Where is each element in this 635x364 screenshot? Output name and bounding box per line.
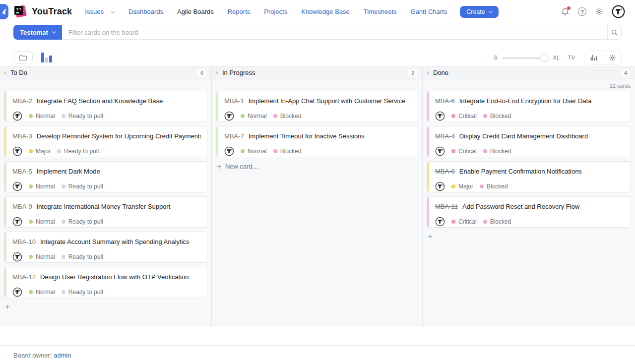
assignee-avatar (12, 146, 22, 156)
issue-card[interactable]: MBA-12 Design User Registration Flow wit… (4, 267, 207, 298)
testomat-avatar-icon (12, 252, 22, 262)
assignee-avatar (12, 287, 22, 297)
state-label: Blocked (490, 113, 511, 120)
board-settings-button[interactable] (603, 51, 621, 64)
priority-strip (4, 162, 6, 192)
priority-strip (4, 126, 6, 157)
card-fields: Normal Ready to pull (12, 252, 201, 262)
assignee-avatar (435, 146, 445, 156)
issue-id[interactable]: MBA-3 (12, 132, 32, 140)
state-badge: Ready to pull (57, 148, 99, 155)
state-label: Blocked (280, 113, 302, 120)
state-badge: Ready to pull (62, 289, 103, 296)
card-fields: Normal Ready to pull (12, 287, 201, 297)
nav-item[interactable]: Dashboards (128, 8, 163, 15)
state-dot-icon (483, 149, 487, 153)
new-card-button[interactable]: + (4, 303, 11, 311)
toolbar-right: S XL TV (494, 51, 622, 64)
issue-id[interactable]: MBA-4 (435, 132, 455, 140)
collapse-column-button[interactable]: ‹ (216, 68, 218, 76)
nav-item[interactable]: Issues (85, 8, 115, 15)
issue-id[interactable]: MBA-8 (435, 167, 455, 176)
card-header: MBA-11 Add Password Reset and Recovery F… (435, 202, 625, 211)
issue-id[interactable]: MBA-10 (12, 238, 36, 246)
create-button[interactable]: Create (460, 6, 499, 18)
nav-item[interactable]: Knowledge Base (301, 8, 350, 15)
issue-id[interactable]: MBA-1 (224, 97, 244, 105)
testomat-avatar-icon (12, 217, 22, 227)
nav-item[interactable]: Timesheets (364, 8, 397, 15)
testomat-avatar-icon (12, 111, 22, 121)
youtrack-logo[interactable]: YT YouTrack (14, 5, 72, 18)
nav-item-label: Reports (228, 8, 251, 15)
issue-card[interactable]: MBA-10 Integrate Account Summary with Sp… (4, 232, 207, 263)
issue-card[interactable]: MBA-2 Integrate FAQ Section and Knowledg… (4, 91, 207, 122)
issue-title: Integrate Account Summary with Spending … (40, 238, 190, 246)
folder-icon (19, 55, 27, 61)
issue-id[interactable]: MBA-9 (12, 202, 32, 211)
histogram-icon (590, 54, 598, 61)
issue-id[interactable]: MBA-2 (12, 97, 32, 105)
card-header: MBA-10 Integrate Account Summary with Sp… (12, 238, 201, 246)
filter-input[interactable] (62, 25, 607, 40)
assignee-avatar (435, 182, 445, 191)
new-card-button[interactable]: + New card… (216, 162, 260, 171)
card-size-slider[interactable] (502, 54, 548, 62)
slider-knob[interactable] (540, 54, 548, 62)
nav-item[interactable]: Agile Boards (177, 8, 214, 15)
issue-title: Develop Reminder System for Upcoming Cre… (37, 132, 201, 140)
issue-card[interactable]: MBA-9 Integrate International Money Tran… (4, 196, 207, 228)
issue-card[interactable]: MBA-5 Implement Dark Mode Normal Ready t… (4, 161, 207, 192)
tv-mode-button[interactable]: TV (568, 55, 575, 61)
issue-card[interactable]: MBA-6 Integrate End-to-End Encryption fo… (427, 91, 631, 122)
board-selector-button[interactable]: Testomat (13, 25, 62, 40)
nav-item[interactable]: Reports (228, 8, 251, 15)
help-button[interactable]: ? (578, 7, 586, 16)
column-cards: MBA-6 Integrate End-to-End Encryption fo… (423, 91, 635, 232)
chart-panel-button[interactable] (584, 51, 603, 64)
cards-count-note: 12 cards (423, 79, 635, 91)
card-header: MBA-7 Implement Timeout for Inactive Ses… (224, 132, 412, 140)
collapse-column-button[interactable]: ‹ (427, 68, 429, 76)
priority-label: Critical (458, 113, 477, 120)
issue-card[interactable]: MBA-3 Develop Reminder System for Upcomi… (4, 126, 207, 157)
nav-item-label: Dashboards (128, 8, 163, 15)
gear-icon (609, 54, 616, 61)
nav-item-label: Knowledge Base (301, 8, 350, 15)
chart-view-toggle[interactable] (41, 53, 52, 62)
issue-card[interactable]: MBA-1 Implement In-App Chat Support with… (216, 91, 418, 122)
issue-id[interactable]: MBA-6 (435, 97, 455, 105)
board-owner-link[interactable]: admin (54, 352, 71, 359)
collapse-column-button[interactable]: ‹ (4, 68, 6, 76)
issue-id[interactable]: MBA-7 (224, 132, 244, 140)
issue-id[interactable]: MBA-11 (435, 202, 458, 211)
issue-id[interactable]: MBA-12 (12, 273, 36, 281)
notifications-bell-button[interactable] (561, 7, 570, 16)
priority-badge: Normal (29, 113, 55, 120)
issue-card[interactable]: MBA-4 Display Credit Card Management Das… (427, 126, 631, 157)
backlog-button[interactable] (13, 51, 33, 64)
feather-extension-icon[interactable] (0, 4, 8, 19)
state-label: Blocked (490, 218, 511, 225)
testomat-avatar-icon (435, 182, 445, 191)
priority-badge: Major (29, 148, 51, 155)
issue-id[interactable]: MBA-5 (12, 167, 32, 176)
gear-icon (595, 7, 603, 16)
state-dot-icon (483, 220, 487, 224)
chevron-down-icon[interactable] (112, 10, 115, 13)
issue-title: Display Credit Card Management Dashboard (459, 132, 588, 140)
issue-card[interactable]: MBA-7 Implement Timeout for Inactive Ses… (216, 126, 418, 157)
state-label: Blocked (490, 148, 511, 155)
column-count-badge: 2 (408, 69, 417, 76)
issue-card[interactable]: MBA-11 Add Password Reset and Recovery F… (427, 196, 631, 228)
new-card-button[interactable]: + (427, 232, 434, 241)
logo-badge: YT (16, 7, 22, 11)
notification-dot (567, 6, 571, 10)
search-icon (611, 29, 618, 36)
nav-item[interactable]: Projects (264, 8, 287, 15)
issue-card[interactable]: MBA-8 Enable Payment Confirmation Notifi… (427, 161, 631, 192)
search-button[interactable] (607, 25, 622, 40)
settings-button[interactable] (595, 7, 603, 16)
nav-item[interactable]: Gantt Charts (411, 8, 447, 15)
user-avatar[interactable] (612, 5, 625, 18)
